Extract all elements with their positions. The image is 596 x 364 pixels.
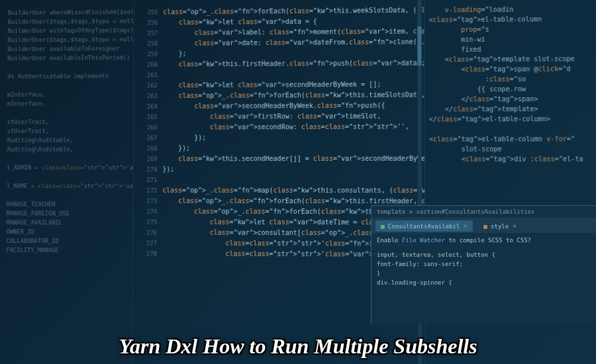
tab-style[interactable]: ▦ style × bbox=[478, 220, 522, 232]
code-line: <class="tag">template slot-scope bbox=[429, 54, 595, 64]
code-line: </class="tag">template> bbox=[429, 104, 595, 114]
code-line: ds Authenticatable implements bbox=[7, 71, 131, 81]
code-line: stUserTrait, bbox=[7, 126, 130, 136]
line-number: 263 bbox=[138, 91, 158, 101]
code-line bbox=[7, 172, 130, 181]
code-line: MANAGE_TEACHER bbox=[7, 200, 130, 209]
code-line[interactable]: class="op">_.class="fn">map(class="kw">t… bbox=[162, 185, 422, 196]
code-line[interactable] bbox=[163, 69, 422, 81]
line-number: 267 bbox=[138, 133, 158, 144]
code-line: <class="tag">el-table-column bbox=[428, 14, 595, 25]
code-line: fixed bbox=[429, 44, 595, 55]
line-number: 277 bbox=[137, 238, 157, 248]
bottom-tool-panel: template > section#ConsultantsAvailabili… bbox=[371, 205, 596, 324]
code-line: div.loading-spinner { bbox=[377, 278, 591, 287]
line-number: 271 bbox=[138, 175, 158, 185]
code-line[interactable]: class="op">_.class="fn">forEach(class="k… bbox=[163, 90, 422, 101]
notice-prefix: Enable bbox=[377, 237, 402, 244]
code-line: OWNER_ID bbox=[6, 227, 130, 236]
code-line: BuilderUser withTagsOfAnyType($tags) bbox=[8, 26, 132, 36]
code-line[interactable]: class="op">_.class="fn">forEach(class="k… bbox=[163, 5, 421, 18]
code-line: slot-scope bbox=[429, 144, 595, 154]
line-number: 257 bbox=[138, 28, 158, 38]
code-line[interactable]: class="var">date: class="var">dateFrom.c… bbox=[163, 37, 421, 49]
code-line: FACILITY_MANAGE bbox=[6, 246, 130, 255]
breadcrumb[interactable]: template > section#ConsultantsAvailabili… bbox=[372, 206, 596, 218]
code-line[interactable]: class="kw">this.secondHeader[j] = class=… bbox=[162, 154, 421, 164]
code-line: Auditing\Auditable, bbox=[7, 136, 130, 145]
code-line: } bbox=[377, 269, 591, 278]
line-number: 266 bbox=[138, 122, 158, 133]
code-line: {{ scope.row bbox=[429, 83, 595, 94]
code-line: input, textarea, select, button { bbox=[377, 250, 591, 259]
code-line bbox=[429, 124, 595, 134]
line-number: 261 bbox=[138, 70, 158, 81]
code-line: Auditing\Auditable, bbox=[7, 144, 130, 154]
code-line[interactable]: }); bbox=[163, 143, 422, 154]
file-watcher-notice: Enable File Watcher to compile SCSS to C… bbox=[372, 233, 596, 248]
line-number-gutter: 2552562572582592602612622632642652662672… bbox=[137, 7, 158, 259]
line-number: 268 bbox=[138, 143, 158, 154]
code-line: BuilderUser whereWizardFinished($value) bbox=[8, 7, 131, 17]
code-line: BuilderUser($tags,$tags,$type = null) bbox=[7, 34, 131, 44]
code-line bbox=[7, 81, 131, 91]
line-number: 258 bbox=[138, 38, 158, 49]
code-line: BuilderUser availableInThisPeriod() bbox=[7, 53, 131, 63]
notice-suffix: to compile SCSS to CSS? bbox=[445, 237, 531, 244]
line-number: 269 bbox=[138, 154, 158, 164]
code-line[interactable]: class="var">secondRow: class=class="str"… bbox=[163, 122, 422, 133]
line-number: 274 bbox=[138, 206, 158, 217]
line-number: 260 bbox=[138, 60, 158, 70]
code-line: min-wi bbox=[429, 34, 595, 45]
minimap-thumb[interactable] bbox=[417, 26, 421, 66]
tab-consultants[interactable]: ▦ ConsultantsAvailabil × bbox=[375, 220, 473, 232]
line-number: 278 bbox=[137, 248, 157, 259]
code-line: <class="tag">div :class="el-ta bbox=[429, 154, 595, 163]
file-icon: ▦ bbox=[381, 223, 384, 230]
code-line: <class="tag">span @click="d bbox=[429, 64, 595, 74]
code-line[interactable]: class="kw">let class="var">secondHeaderB… bbox=[163, 79, 422, 91]
code-line: font-family: sans-serif; bbox=[377, 259, 591, 269]
line-number: 270 bbox=[138, 164, 158, 175]
code-line: MANAGE_FOREIGN_USE bbox=[7, 208, 130, 218]
code-line: </class="tag">span> bbox=[429, 94, 595, 105]
file-watcher-link[interactable]: File Watcher bbox=[402, 237, 445, 244]
line-number: 275 bbox=[138, 217, 158, 228]
code-line bbox=[7, 154, 130, 163]
code-line: l_ADMIN = class=class="str">"str">'admin… bbox=[7, 163, 130, 172]
code-line[interactable]: }); bbox=[163, 132, 422, 144]
code-line[interactable]: class="var">secondHeaderByWeek.class="fn… bbox=[163, 101, 422, 112]
code-line: mInterface, bbox=[7, 99, 131, 108]
code-line: :class="so bbox=[429, 73, 595, 84]
code-line: COLLABORATOR_ID bbox=[6, 236, 130, 246]
code-line: prop="s bbox=[428, 24, 595, 35]
line-number: 272 bbox=[138, 185, 158, 196]
overlay-title-text: Yarn Dxl How to Run Multiple Subshells bbox=[119, 334, 477, 359]
code-line: BuilderUser availableToForeigner bbox=[7, 44, 131, 54]
line-number: 265 bbox=[138, 112, 158, 122]
close-icon[interactable]: × bbox=[513, 222, 517, 230]
line-number: 276 bbox=[138, 228, 158, 238]
close-icon[interactable]: × bbox=[464, 222, 468, 230]
code-line bbox=[7, 191, 130, 200]
code-line[interactable]: class="kw">this.firstHeader.class="fn">p… bbox=[163, 58, 422, 70]
panel-code-preview: input, textarea, select, button { font-f… bbox=[372, 248, 596, 290]
code-line[interactable] bbox=[162, 175, 422, 185]
tab-label: style bbox=[491, 223, 509, 230]
code-line: mInterface, bbox=[7, 89, 131, 99]
tab-label: ConsultantsAvailabil bbox=[388, 223, 460, 230]
code-line: </class="tag">el-table-column> bbox=[429, 114, 595, 124]
line-number: 262 bbox=[138, 80, 158, 91]
line-number: 264 bbox=[138, 101, 158, 112]
line-number: 273 bbox=[138, 196, 158, 206]
code-line[interactable]: class="var">firstRow: class="var">timeSl… bbox=[163, 111, 422, 122]
left-code-pane: BuilderUser whereWizardFinished($value)B… bbox=[3, 2, 134, 363]
code-line: stUserTrait, bbox=[7, 117, 131, 126]
line-number: 256 bbox=[138, 17, 158, 28]
file-icon: ▦ bbox=[483, 223, 487, 230]
code-line: MANAGE_AVAILABIL bbox=[7, 218, 130, 227]
code-line[interactable]: }); bbox=[162, 164, 421, 175]
code-line bbox=[7, 108, 131, 117]
line-number: 255 bbox=[138, 7, 158, 18]
file-tabs: ▦ ConsultantsAvailabil × ▦ style × bbox=[372, 218, 596, 233]
